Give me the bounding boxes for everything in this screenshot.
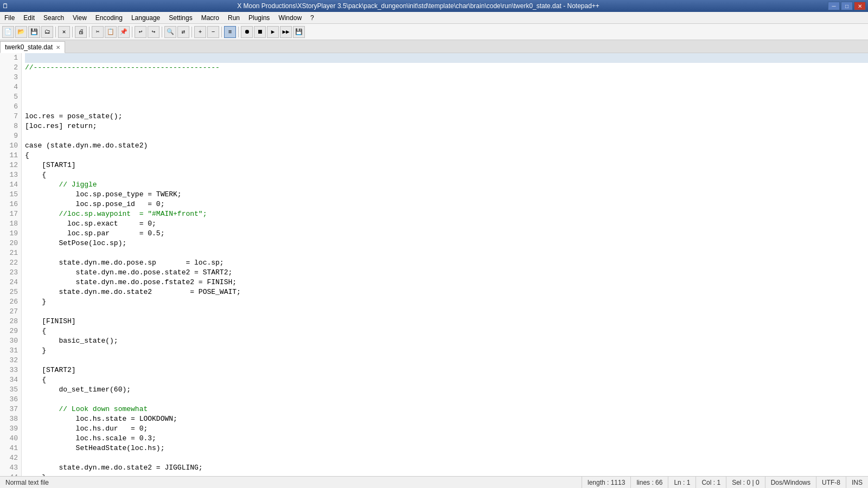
code-line-31: } [25, 346, 868, 356]
line-number-2: 2 [0, 63, 21, 73]
redo-button[interactable]: ↪ [148, 26, 159, 38]
line-number-27: 27 [0, 307, 21, 317]
line-number-36: 36 [0, 395, 21, 404]
line-number-1: 1 [0, 53, 21, 63]
code-line-36 [25, 395, 868, 404]
line-number-15: 15 [0, 190, 21, 200]
toolbar-sep-6 [192, 27, 192, 37]
menu-language[interactable]: Language [127, 12, 164, 23]
menu-file[interactable]: File [0, 12, 19, 23]
code-area[interactable]: //--------------------------------------… [22, 53, 868, 476]
code-line-11: { [25, 151, 868, 160]
close-doc-button[interactable]: ✕ [58, 26, 70, 38]
minimize-button[interactable]: ─ [828, 2, 840, 10]
line-number-24: 24 [0, 278, 21, 287]
line-number-26: 26 [0, 297, 21, 307]
zoom-out-button[interactable]: − [207, 26, 219, 38]
tab-close-button[interactable]: ✕ [56, 44, 60, 50]
line-number-22: 22 [0, 258, 21, 268]
menu-view[interactable]: View [68, 12, 91, 23]
editor: 1234567891011121314151617181920212223242… [0, 53, 868, 476]
code-line-44: } [25, 473, 868, 476]
line-number-40: 40 [0, 434, 21, 444]
line-number-23: 23 [0, 268, 21, 278]
cut-button[interactable]: ✂ [92, 26, 104, 38]
macro-rec-button[interactable]: ⏺ [241, 26, 253, 38]
line-number-8: 8 [0, 121, 21, 131]
line-number-18: 18 [0, 219, 21, 229]
code-line-14: // Jiggle [25, 180, 868, 190]
line-number-43: 43 [0, 463, 21, 473]
status-col: Col : 1 [696, 477, 726, 488]
code-line-5 [25, 92, 868, 102]
status-bar: Normal text file length : 1113 lines : 6… [0, 476, 868, 488]
line-number-19: 19 [0, 229, 21, 239]
line-number-39: 39 [0, 424, 21, 434]
line-number-9: 9 [0, 131, 21, 141]
code-line-10: case (state.dyn.me.do.state2) [25, 141, 868, 151]
line-number-44: 44 [0, 473, 21, 476]
code-line-28: [FINISH] [25, 317, 868, 326]
code-line-40: loc.hs.scale = 0.3; [25, 434, 868, 444]
line-number-17: 17 [0, 209, 21, 219]
macro-save-button[interactable]: 💾 [293, 26, 305, 38]
status-length: length : 1113 [582, 477, 631, 488]
code-line-16: loc.sp.pose_id = 0; [25, 200, 868, 209]
code-line-24: state.dyn.me.do.pose.fstate2 = FINISH; [25, 278, 868, 287]
code-line-37: // Look down somewhat [25, 404, 868, 414]
new-button[interactable]: 📄 [2, 26, 14, 38]
zoom-in-button[interactable]: + [194, 26, 206, 38]
menu-settings[interactable]: Settings [164, 12, 196, 23]
title-bar: 🗒 X Moon Productions\XStoryPlayer 3.5\pa… [0, 0, 868, 12]
save-all-button[interactable]: 🗂 [41, 26, 53, 38]
code-line-38: loc.hs.state = LOOKDOWN; [25, 414, 868, 424]
code-line-34: { [25, 375, 868, 385]
menu-plugins[interactable]: Plugins [244, 12, 274, 23]
line-number-42: 42 [0, 453, 21, 463]
menu-macro[interactable]: Macro [197, 12, 224, 23]
toolbar-sep-5 [162, 27, 162, 37]
app-icon: 🗒 [2, 2, 9, 10]
indent-button[interactable]: ≡ [224, 26, 236, 38]
status-eol: Dos/Windows [765, 477, 816, 488]
code-line-32 [25, 356, 868, 365]
code-line-21 [25, 248, 868, 258]
code-line-30: basic_state(); [25, 336, 868, 346]
paste-button[interactable]: 📌 [118, 26, 130, 38]
code-line-2: //--------------------------------------… [25, 63, 868, 73]
line-number-25: 25 [0, 287, 21, 297]
save-button[interactable]: 💾 [28, 26, 40, 38]
code-line-29: { [25, 326, 868, 336]
maximize-button[interactable]: □ [841, 2, 853, 10]
code-line-20: SetPose(loc.sp); [25, 239, 868, 248]
code-line-19: loc.sp.par = 0.5; [25, 229, 868, 239]
tab-twerk0[interactable]: twerk0_state.dat ✕ [0, 41, 65, 53]
code-line-33: [START2] [25, 365, 868, 375]
toolbar-sep-8 [238, 27, 239, 37]
macro-stop-button[interactable]: ⏹ [254, 26, 266, 38]
line-number-28: 28 [0, 317, 21, 326]
copy-button[interactable]: 📋 [105, 26, 117, 38]
menu-encoding[interactable]: Encoding [91, 12, 127, 23]
macro-run-button[interactable]: ▶▶ [280, 26, 292, 38]
toolbar-sep-7 [221, 27, 222, 37]
open-button[interactable]: 📂 [15, 26, 27, 38]
find-button[interactable]: 🔍 [164, 26, 176, 38]
close-button[interactable]: ✕ [854, 2, 866, 10]
menu-edit[interactable]: Edit [19, 12, 39, 23]
menu-help[interactable]: ? [306, 12, 318, 23]
line-number-31: 31 [0, 346, 21, 356]
undo-button[interactable]: ↩ [135, 26, 146, 38]
line-number-35: 35 [0, 385, 21, 395]
replace-button[interactable]: ⇄ [177, 26, 189, 38]
menu-window[interactable]: Window [274, 12, 306, 23]
line-number-29: 29 [0, 326, 21, 336]
menu-run[interactable]: Run [224, 12, 244, 23]
code-line-8: [loc.res] return; [25, 121, 868, 131]
status-ins: INS [846, 477, 868, 488]
macro-play-button[interactable]: ▶ [267, 26, 279, 38]
line-number-5: 5 [0, 92, 21, 102]
code-line-25: state.dyn.me.do.state2 = POSE_WAIT; [25, 287, 868, 297]
menu-search[interactable]: Search [39, 12, 68, 23]
print-button[interactable]: 🖨 [75, 26, 87, 38]
